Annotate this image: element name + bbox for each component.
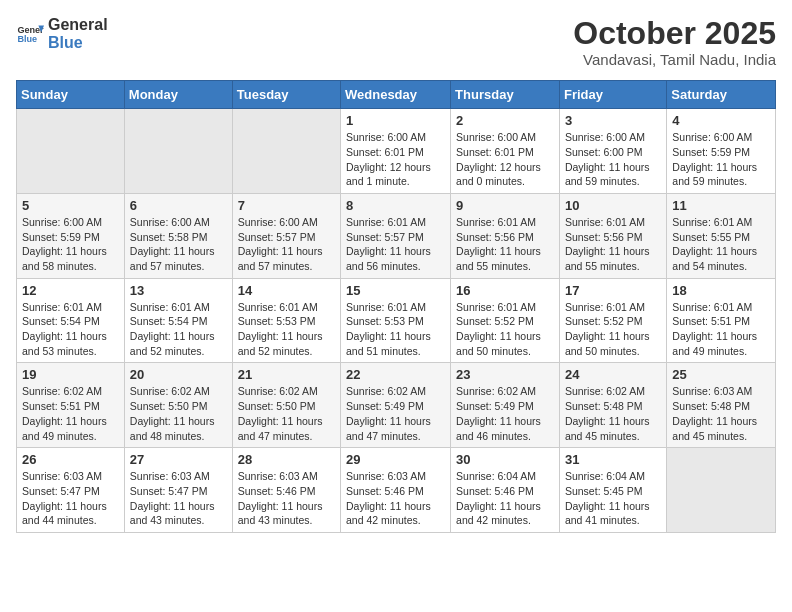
calendar-cell: 10Sunrise: 6:01 AM Sunset: 5:56 PM Dayli… <box>559 193 666 278</box>
calendar-cell: 31Sunrise: 6:04 AM Sunset: 5:45 PM Dayli… <box>559 448 666 533</box>
calendar-cell: 20Sunrise: 6:02 AM Sunset: 5:50 PM Dayli… <box>124 363 232 448</box>
logo-general-text: General <box>48 16 108 34</box>
calendar-cell: 18Sunrise: 6:01 AM Sunset: 5:51 PM Dayli… <box>667 278 776 363</box>
day-info: Sunrise: 6:01 AM Sunset: 5:53 PM Dayligh… <box>238 300 335 359</box>
calendar-cell: 17Sunrise: 6:01 AM Sunset: 5:52 PM Dayli… <box>559 278 666 363</box>
calendar-cell: 25Sunrise: 6:03 AM Sunset: 5:48 PM Dayli… <box>667 363 776 448</box>
logo: General Blue General Blue <box>16 16 108 51</box>
day-info: Sunrise: 6:01 AM Sunset: 5:56 PM Dayligh… <box>456 215 554 274</box>
calendar-cell <box>124 109 232 194</box>
day-number: 4 <box>672 113 770 128</box>
day-number: 2 <box>456 113 554 128</box>
calendar-cell: 1Sunrise: 6:00 AM Sunset: 6:01 PM Daylig… <box>341 109 451 194</box>
day-number: 12 <box>22 283 119 298</box>
col-thursday: Thursday <box>451 81 560 109</box>
day-info: Sunrise: 6:00 AM Sunset: 6:00 PM Dayligh… <box>565 130 661 189</box>
day-number: 27 <box>130 452 227 467</box>
calendar-cell: 22Sunrise: 6:02 AM Sunset: 5:49 PM Dayli… <box>341 363 451 448</box>
day-info: Sunrise: 6:01 AM Sunset: 5:51 PM Dayligh… <box>672 300 770 359</box>
col-saturday: Saturday <box>667 81 776 109</box>
day-number: 8 <box>346 198 445 213</box>
calendar-cell: 8Sunrise: 6:01 AM Sunset: 5:57 PM Daylig… <box>341 193 451 278</box>
day-number: 11 <box>672 198 770 213</box>
day-number: 25 <box>672 367 770 382</box>
month-title: October 2025 <box>573 16 776 51</box>
calendar-cell: 9Sunrise: 6:01 AM Sunset: 5:56 PM Daylig… <box>451 193 560 278</box>
day-info: Sunrise: 6:03 AM Sunset: 5:47 PM Dayligh… <box>22 469 119 528</box>
day-info: Sunrise: 6:01 AM Sunset: 5:52 PM Dayligh… <box>565 300 661 359</box>
calendar-cell: 3Sunrise: 6:00 AM Sunset: 6:00 PM Daylig… <box>559 109 666 194</box>
title-block: October 2025 Vandavasi, Tamil Nadu, Indi… <box>573 16 776 68</box>
calendar-header-row: Sunday Monday Tuesday Wednesday Thursday… <box>17 81 776 109</box>
day-number: 26 <box>22 452 119 467</box>
svg-text:Blue: Blue <box>17 34 37 44</box>
calendar-cell: 6Sunrise: 6:00 AM Sunset: 5:58 PM Daylig… <box>124 193 232 278</box>
day-info: Sunrise: 6:02 AM Sunset: 5:50 PM Dayligh… <box>238 384 335 443</box>
day-info: Sunrise: 6:00 AM Sunset: 5:58 PM Dayligh… <box>130 215 227 274</box>
week-row-1: 1Sunrise: 6:00 AM Sunset: 6:01 PM Daylig… <box>17 109 776 194</box>
day-number: 23 <box>456 367 554 382</box>
calendar-cell: 5Sunrise: 6:00 AM Sunset: 5:59 PM Daylig… <box>17 193 125 278</box>
calendar-cell: 30Sunrise: 6:04 AM Sunset: 5:46 PM Dayli… <box>451 448 560 533</box>
day-info: Sunrise: 6:00 AM Sunset: 5:57 PM Dayligh… <box>238 215 335 274</box>
day-number: 14 <box>238 283 335 298</box>
location-text: Vandavasi, Tamil Nadu, India <box>573 51 776 68</box>
day-info: Sunrise: 6:03 AM Sunset: 5:46 PM Dayligh… <box>238 469 335 528</box>
calendar-cell: 11Sunrise: 6:01 AM Sunset: 5:55 PM Dayli… <box>667 193 776 278</box>
day-info: Sunrise: 6:02 AM Sunset: 5:51 PM Dayligh… <box>22 384 119 443</box>
week-row-3: 12Sunrise: 6:01 AM Sunset: 5:54 PM Dayli… <box>17 278 776 363</box>
calendar-table: Sunday Monday Tuesday Wednesday Thursday… <box>16 80 776 533</box>
day-info: Sunrise: 6:03 AM Sunset: 5:46 PM Dayligh… <box>346 469 445 528</box>
day-number: 13 <box>130 283 227 298</box>
day-info: Sunrise: 6:01 AM Sunset: 5:54 PM Dayligh… <box>22 300 119 359</box>
calendar-cell: 16Sunrise: 6:01 AM Sunset: 5:52 PM Dayli… <box>451 278 560 363</box>
calendar-cell: 4Sunrise: 6:00 AM Sunset: 5:59 PM Daylig… <box>667 109 776 194</box>
day-number: 10 <box>565 198 661 213</box>
day-number: 22 <box>346 367 445 382</box>
calendar-cell: 24Sunrise: 6:02 AM Sunset: 5:48 PM Dayli… <box>559 363 666 448</box>
calendar-cell: 7Sunrise: 6:00 AM Sunset: 5:57 PM Daylig… <box>232 193 340 278</box>
day-number: 6 <box>130 198 227 213</box>
day-info: Sunrise: 6:02 AM Sunset: 5:49 PM Dayligh… <box>346 384 445 443</box>
day-info: Sunrise: 6:01 AM Sunset: 5:53 PM Dayligh… <box>346 300 445 359</box>
day-info: Sunrise: 6:00 AM Sunset: 5:59 PM Dayligh… <box>22 215 119 274</box>
col-wednesday: Wednesday <box>341 81 451 109</box>
day-number: 15 <box>346 283 445 298</box>
calendar-cell: 2Sunrise: 6:00 AM Sunset: 6:01 PM Daylig… <box>451 109 560 194</box>
day-info: Sunrise: 6:00 AM Sunset: 6:01 PM Dayligh… <box>346 130 445 189</box>
week-row-5: 26Sunrise: 6:03 AM Sunset: 5:47 PM Dayli… <box>17 448 776 533</box>
day-info: Sunrise: 6:01 AM Sunset: 5:54 PM Dayligh… <box>130 300 227 359</box>
col-friday: Friday <box>559 81 666 109</box>
day-number: 3 <box>565 113 661 128</box>
calendar-cell: 14Sunrise: 6:01 AM Sunset: 5:53 PM Dayli… <box>232 278 340 363</box>
day-number: 9 <box>456 198 554 213</box>
day-number: 7 <box>238 198 335 213</box>
day-number: 21 <box>238 367 335 382</box>
day-number: 20 <box>130 367 227 382</box>
page-header: General Blue General Blue October 2025 V… <box>16 16 776 68</box>
day-info: Sunrise: 6:04 AM Sunset: 5:45 PM Dayligh… <box>565 469 661 528</box>
week-row-4: 19Sunrise: 6:02 AM Sunset: 5:51 PM Dayli… <box>17 363 776 448</box>
day-number: 29 <box>346 452 445 467</box>
calendar-cell <box>232 109 340 194</box>
calendar-cell <box>667 448 776 533</box>
day-info: Sunrise: 6:03 AM Sunset: 5:48 PM Dayligh… <box>672 384 770 443</box>
day-number: 5 <box>22 198 119 213</box>
calendar-cell <box>17 109 125 194</box>
day-info: Sunrise: 6:00 AM Sunset: 6:01 PM Dayligh… <box>456 130 554 189</box>
col-tuesday: Tuesday <box>232 81 340 109</box>
calendar-cell: 26Sunrise: 6:03 AM Sunset: 5:47 PM Dayli… <box>17 448 125 533</box>
day-info: Sunrise: 6:01 AM Sunset: 5:56 PM Dayligh… <box>565 215 661 274</box>
day-number: 30 <box>456 452 554 467</box>
col-monday: Monday <box>124 81 232 109</box>
day-info: Sunrise: 6:04 AM Sunset: 5:46 PM Dayligh… <box>456 469 554 528</box>
calendar-cell: 13Sunrise: 6:01 AM Sunset: 5:54 PM Dayli… <box>124 278 232 363</box>
day-info: Sunrise: 6:00 AM Sunset: 5:59 PM Dayligh… <box>672 130 770 189</box>
day-number: 31 <box>565 452 661 467</box>
calendar-cell: 23Sunrise: 6:02 AM Sunset: 5:49 PM Dayli… <box>451 363 560 448</box>
calendar-cell: 28Sunrise: 6:03 AM Sunset: 5:46 PM Dayli… <box>232 448 340 533</box>
day-info: Sunrise: 6:01 AM Sunset: 5:52 PM Dayligh… <box>456 300 554 359</box>
day-number: 19 <box>22 367 119 382</box>
calendar-cell: 15Sunrise: 6:01 AM Sunset: 5:53 PM Dayli… <box>341 278 451 363</box>
day-info: Sunrise: 6:02 AM Sunset: 5:48 PM Dayligh… <box>565 384 661 443</box>
